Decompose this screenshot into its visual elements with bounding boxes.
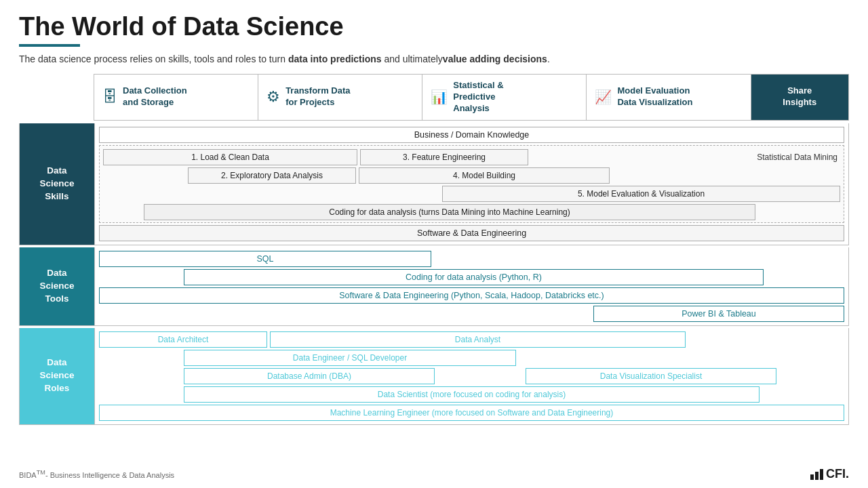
footer: BIDATM- Business Intelligence & Data Ana…: [19, 467, 849, 481]
data-analyst-box: Data Analyst: [270, 331, 686, 348]
data-architect-box: Data Architect: [99, 331, 267, 348]
header-col-model: 📈 Model EvaluationData Visualization: [587, 75, 751, 120]
main-title: The World of Data Science: [19, 12, 849, 41]
header-col-statistical: 📊 Statistical &PredictiveAnalysis: [422, 75, 587, 120]
model-eval-box: 5. Model Evaluation & Visualization: [442, 186, 840, 202]
dba-box: Database Admin (DBA): [184, 368, 435, 384]
skills-section: DataScienceSkills Business / Domain Know…: [19, 123, 849, 245]
ml-engineer-box: Machine Learning Engineer (more focused …: [99, 405, 844, 421]
sql-box: SQL: [99, 251, 431, 267]
database-icon: 🗄: [102, 88, 117, 106]
cfi-logo: [810, 469, 823, 480]
footer-bida: BIDATM- Business Intelligence & Data Ana…: [19, 469, 174, 479]
header-col-share: ShareInsights: [751, 75, 848, 120]
exploratory-box: 2. Exploratory Data Analysis: [188, 167, 356, 184]
model-icon: 📈: [595, 89, 612, 105]
skills-content: Business / Domain Knowledge 1. Load & Cl…: [94, 123, 848, 245]
roles-section: DataScienceRoles Data Architect Data Ana…: [19, 328, 849, 425]
col1-title: Data Collectionand Storage: [123, 85, 187, 108]
page: The World of Data Science The data scien…: [0, 0, 868, 488]
data-viz-box: Data Visualization Specialist: [526, 368, 776, 384]
biz-knowledge-box: Business / Domain Knowledge: [99, 127, 844, 143]
roles-content: Data Architect Data Analyst Data Enginee…: [94, 328, 848, 424]
soft-eng-tools-box: Software & Data Engineering (Python, Sca…: [99, 287, 844, 304]
col3-title: Statistical &PredictiveAnalysis: [453, 80, 503, 115]
skills-label: DataScienceSkills: [20, 123, 94, 245]
load-clean-data-box: 1. Load & Clean Data: [103, 149, 357, 165]
header-col-data-collection: 🗄 Data Collectionand Storage: [94, 75, 258, 120]
header-col-transform: ⚙ Transform Datafor Projects: [258, 75, 422, 120]
data-engineer-box: Data Engineer / SQL Developer: [184, 350, 516, 366]
cfi-bar3: [820, 469, 823, 480]
powerbi-box: Power BI & Tableau: [593, 306, 844, 322]
subtitle: The data science process relies on skill…: [19, 54, 849, 64]
col4-title: Model EvaluationData Visualization: [617, 85, 692, 108]
soft-eng-skills-box: Software & Data Engineering: [99, 225, 844, 241]
chart-icon: 📊: [431, 89, 448, 105]
coding-tools-box: Coding for data analysis (Python, R): [184, 269, 764, 285]
data-scientist-box: Data Scientist (more focused on coding f…: [184, 386, 760, 403]
coding-row-box: Coding for data analysis (turns Data Min…: [144, 204, 755, 220]
gear-icon: ⚙: [267, 88, 280, 106]
col2-title: Transform Datafor Projects: [285, 85, 350, 108]
footer-cfi: CFI.: [810, 467, 849, 481]
feature-eng-box: 3. Feature Engineering: [360, 149, 528, 165]
tools-content: SQL Coding for data analysis (Python, R)…: [94, 247, 848, 325]
roles-label: DataScienceRoles: [20, 328, 94, 424]
tools-label: DataScienceTools: [20, 247, 94, 325]
cfi-bar1: [810, 474, 814, 480]
stat-data-mining-label: Statistical Data Mining: [531, 152, 840, 162]
tools-section: DataScienceTools SQL Coding for data ana…: [19, 247, 849, 326]
col5-title: ShareInsights: [783, 85, 816, 108]
cfi-bar2: [815, 472, 818, 480]
model-building-box: 4. Model Building: [359, 167, 610, 184]
title-underline: [19, 44, 80, 47]
